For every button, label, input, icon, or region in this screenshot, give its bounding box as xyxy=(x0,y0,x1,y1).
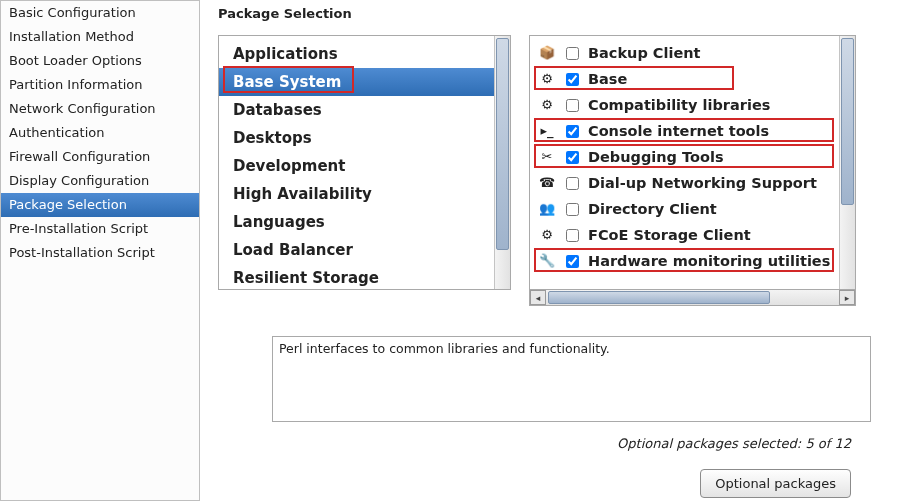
package-label: Base xyxy=(588,68,627,90)
hw-icon: 🔧 xyxy=(538,252,556,270)
category-item[interactable]: Resilient Storage xyxy=(219,264,494,289)
package-item[interactable]: 👥Directory Client xyxy=(530,196,839,222)
package-list: 📦Backup Client⚙Base⚙Compatibility librar… xyxy=(529,35,856,290)
package-item[interactable]: ▸_Console internet tools xyxy=(530,118,839,144)
package-item[interactable]: 📦Backup Client xyxy=(530,40,839,66)
sidebar-item-partition-information[interactable]: Partition Information xyxy=(1,73,199,97)
main-panel: Package Selection ApplicationsBase Syste… xyxy=(200,0,901,501)
package-checkbox[interactable] xyxy=(566,47,579,60)
package-scrollbar-h[interactable]: ◂ ▸ xyxy=(529,290,856,306)
terminal-icon: ▸_ xyxy=(538,122,556,140)
package-label: Dial-up Networking Support xyxy=(588,172,817,194)
sidebar-item-post-installation-script[interactable]: Post-Installation Script xyxy=(1,241,199,265)
package-checkbox[interactable] xyxy=(566,255,579,268)
package-description: Perl interfaces to common libraries and … xyxy=(272,336,871,422)
category-scrollbar[interactable] xyxy=(494,36,510,289)
sidebar-item-boot-loader-options[interactable]: Boot Loader Options xyxy=(1,49,199,73)
package-checkbox[interactable] xyxy=(566,229,579,242)
gear-icon: ⚙ xyxy=(538,96,556,114)
package-label: Hardware monitoring utilities xyxy=(588,250,830,272)
category-item[interactable]: Desktops xyxy=(219,124,494,152)
scroll-left-button[interactable]: ◂ xyxy=(530,290,546,305)
package-item[interactable]: ⚙FCoE Storage Client xyxy=(530,222,839,248)
package-label: Backup Client xyxy=(588,42,701,64)
category-item[interactable]: Load Balancer xyxy=(219,236,494,264)
gear-icon: ⚙ xyxy=(538,70,556,88)
sidebar: Basic ConfigurationInstallation MethodBo… xyxy=(0,0,200,501)
category-item[interactable]: Development xyxy=(219,152,494,180)
package-checkbox[interactable] xyxy=(566,73,579,86)
archive-icon: 📦 xyxy=(538,44,556,62)
package-label: FCoE Storage Client xyxy=(588,224,751,246)
sidebar-item-display-configuration[interactable]: Display Configuration xyxy=(1,169,199,193)
users-icon: 👥 xyxy=(538,200,556,218)
package-checkbox[interactable] xyxy=(566,125,579,138)
package-checkbox[interactable] xyxy=(566,203,579,216)
sidebar-item-pre-installation-script[interactable]: Pre-Installation Script xyxy=(1,217,199,241)
package-checkbox[interactable] xyxy=(566,99,579,112)
package-label: Compatibility libraries xyxy=(588,94,770,116)
sidebar-item-basic-configuration[interactable]: Basic Configuration xyxy=(1,1,199,25)
sidebar-item-authentication[interactable]: Authentication xyxy=(1,121,199,145)
package-scrollbar-v[interactable] xyxy=(839,36,855,289)
sidebar-item-firewall-configuration[interactable]: Firewall Configuration xyxy=(1,145,199,169)
package-label: Directory Client xyxy=(588,198,717,220)
page-title: Package Selection xyxy=(218,0,889,35)
package-label: Console internet tools xyxy=(588,120,769,142)
optional-packages-button[interactable]: Optional packages xyxy=(700,469,851,498)
scroll-right-button[interactable]: ▸ xyxy=(839,290,855,305)
package-checkbox[interactable] xyxy=(566,151,579,164)
phone-icon: ☎ xyxy=(538,174,556,192)
package-checkbox[interactable] xyxy=(566,177,579,190)
sidebar-item-installation-method[interactable]: Installation Method xyxy=(1,25,199,49)
tools-icon: ✂ xyxy=(538,148,556,166)
category-list: ApplicationsBase SystemDatabasesDesktops… xyxy=(218,35,511,290)
package-item[interactable]: ✂Debugging Tools xyxy=(530,144,839,170)
package-item[interactable]: ⚙Base xyxy=(530,66,839,92)
optional-packages-status: Optional packages selected: 5 of 12 xyxy=(218,436,889,451)
category-item[interactable]: Base System xyxy=(219,68,494,96)
package-item[interactable]: ⚙Compatibility libraries xyxy=(530,92,839,118)
category-item[interactable]: Databases xyxy=(219,96,494,124)
package-item[interactable]: ☎Dial-up Networking Support xyxy=(530,170,839,196)
sidebar-item-package-selection[interactable]: Package Selection xyxy=(1,193,199,217)
package-label: Debugging Tools xyxy=(588,146,724,168)
category-item[interactable]: Languages xyxy=(219,208,494,236)
sidebar-item-network-configuration[interactable]: Network Configuration xyxy=(1,97,199,121)
category-item[interactable]: High Availability xyxy=(219,180,494,208)
category-item[interactable]: Applications xyxy=(219,40,494,68)
gear-icon: ⚙ xyxy=(538,226,556,244)
package-item[interactable]: 🔧Hardware monitoring utilities xyxy=(530,248,839,274)
